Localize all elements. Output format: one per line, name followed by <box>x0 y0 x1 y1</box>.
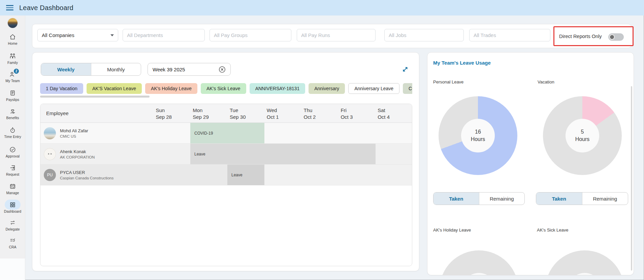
vacation-toggle: Taken Remaining <box>536 192 628 205</box>
chart-label-vacation: Vacation <box>538 79 554 84</box>
day-column-header: FriOct 3 <box>338 104 375 123</box>
sidebar-item-label: Delegate <box>0 227 25 231</box>
employee-cell: Mohd Ali ZafarCMiC US <box>40 123 153 144</box>
personal-leave-donut: 16 Hours <box>439 96 517 175</box>
legend-chips: 1 Day Vacation AK'S Vacation Leave AK's … <box>40 83 412 94</box>
day-column-header: SatOct 4 <box>375 104 412 123</box>
tab-monthly[interactable]: Monthly <box>91 63 141 75</box>
employee-cell: Ahenk KonakAK CORPORATION <box>40 144 153 165</box>
pay-runs-filter[interactable] <box>297 29 376 41</box>
leave-band[interactable]: Leave <box>227 165 264 185</box>
sidebar-item-home[interactable]: Home <box>0 33 25 45</box>
sidebar-item-label: Manage <box>0 191 25 195</box>
sidebar-item-cra[interactable]: CRA <box>0 237 25 249</box>
top-bar: Leave Dashboard <box>0 0 644 15</box>
tab-remaining[interactable]: Remaining <box>479 193 525 205</box>
avatar: PU <box>44 169 56 181</box>
sidebar-item-payslips[interactable]: Payslips <box>0 90 25 102</box>
legend-chip[interactable]: Anniversary Leave <box>348 83 399 94</box>
donut-center <box>568 273 602 275</box>
tab-remaining[interactable]: Remaining <box>582 193 628 205</box>
legend-chip[interactable]: ANNIVERSAY-18131 <box>250 83 305 94</box>
sidebar-item-delegate[interactable]: Delegate <box>0 219 25 231</box>
sidebar-item-family[interactable]: Family <box>0 53 25 65</box>
page-title: Leave Dashboard <box>19 4 73 12</box>
legend-chip[interactable]: AK's Sick Leave <box>201 83 246 94</box>
sidebar-item-label: CRA <box>0 245 25 249</box>
sidebar-item-label: Home <box>0 41 25 45</box>
direct-reports-highlight: Direct Reports Only <box>553 26 634 46</box>
table-header: Employee SunSep 28 MonSep 29 TueSep 30 W… <box>40 104 412 123</box>
payslips-icon <box>9 90 16 97</box>
sidebar-item-dashboard[interactable]: Dashboard <box>0 201 25 213</box>
leave-usage-card: My Team's Leave Usage Personal Leave Vac… <box>427 52 634 275</box>
sidebar-item-my-team[interactable]: 2 My Team <box>0 71 25 83</box>
approval-icon <box>9 146 16 153</box>
sidebar-item-label: Approval <box>0 154 25 158</box>
filter-bar: All Companies Direct Reports Only <box>32 24 632 48</box>
sidebar-item-time-entry[interactable]: Time Entry <box>0 127 25 139</box>
employee-column-header: Employee <box>40 104 153 123</box>
expand-icon[interactable] <box>401 65 409 73</box>
day-column-header: ThuOct 2 <box>301 104 338 123</box>
leave-dashboard-app: Leave Dashboard Home Family 2 My Team Pa… <box>0 0 644 280</box>
company-filter[interactable]: All Companies <box>37 29 118 41</box>
sidebar-item-label: Payslips <box>0 98 25 102</box>
direct-reports-toggle[interactable] <box>608 33 624 41</box>
tab-weekly[interactable]: Weekly <box>41 63 91 75</box>
dashboard-icon <box>9 201 16 208</box>
donut-center: 16 Hours <box>461 119 495 152</box>
tab-taken[interactable]: Taken <box>433 193 479 205</box>
company-filter-value: All Companies <box>42 32 74 38</box>
legend-chip[interactable]: AK'S Vacation Leave <box>87 83 142 94</box>
table-row: Leave Ahenk KonakAK CORPORATION <box>40 144 412 165</box>
sidebar-item-label: Dashboard <box>0 209 25 213</box>
cra-icon <box>9 237 16 244</box>
toggle-knob <box>609 34 615 40</box>
leave-usage-title: My Team's Leave Usage <box>433 60 491 66</box>
chips-scrollbar[interactable] <box>40 96 150 98</box>
day-column-header: SunSep 28 <box>153 104 190 123</box>
legend-chip[interactable]: COVID-19 <box>403 83 412 94</box>
panel-scrollbar[interactable] <box>631 86 632 271</box>
sidebar-item-request[interactable]: Request <box>0 164 25 176</box>
tab-taken[interactable]: Taken <box>536 193 582 205</box>
week-picker-value: Week 39 2025 <box>153 67 185 72</box>
employee-cell: PU PYCA USERCaspian Canada Constructions <box>40 165 153 185</box>
day-column-header: WedOct 1 <box>264 104 301 123</box>
time-entry-icon <box>9 127 16 134</box>
departments-filter[interactable] <box>123 29 205 41</box>
menu-icon[interactable] <box>6 5 13 10</box>
table-row: COVID-19 Mohd Ali ZafarCMiC US <box>40 123 412 144</box>
legend-chip[interactable]: AK's Holiday Leave <box>145 83 197 94</box>
day-column-header: MonSep 29 <box>190 104 227 123</box>
user-avatar[interactable] <box>8 18 18 28</box>
chart-label-holiday-leave: AK's Holiday Leave <box>433 228 471 233</box>
pay-groups-filter[interactable] <box>210 29 291 41</box>
sidebar-item-benefits[interactable]: Benefits <box>0 108 25 120</box>
jobs-filter[interactable] <box>384 29 464 41</box>
sidebar-item-label: Family <box>0 61 25 65</box>
legend-chip[interactable]: 1 Day Vacation <box>40 83 83 94</box>
week-picker[interactable]: Week 39 2025 <box>148 63 231 76</box>
sidebar-item-label: My Team <box>0 79 25 83</box>
trades-filter[interactable] <box>469 29 550 41</box>
sidebar-bottom <box>0 258 25 280</box>
sidebar-item-label: Benefits <box>0 116 25 120</box>
holiday-leave-donut <box>440 250 518 275</box>
leave-band[interactable]: Leave <box>190 144 376 164</box>
avatar <box>44 127 56 139</box>
legend-chip[interactable]: Anniversary <box>309 83 345 94</box>
leave-band[interactable]: COVID-19 <box>190 123 264 143</box>
home-icon <box>9 33 16 40</box>
donut-center: 5 Hours <box>566 119 599 152</box>
schedule-table: Employee SunSep 28 MonSep 29 TueSep 30 W… <box>40 104 412 266</box>
sick-leave-donut <box>545 250 624 275</box>
chevron-down-icon <box>110 34 114 36</box>
direct-reports-label: Direct Reports Only <box>559 34 602 39</box>
sidebar-item-approval[interactable]: Approval <box>0 146 25 158</box>
leave-schedule-card: Weekly Monthly Week 39 2025 1 Day Vacati… <box>32 52 419 271</box>
clear-week-icon[interactable] <box>219 66 226 73</box>
sidebar-item-manage[interactable]: Manage <box>0 183 25 195</box>
chart-label-sick-leave: AK's Sick Leave <box>537 228 569 233</box>
